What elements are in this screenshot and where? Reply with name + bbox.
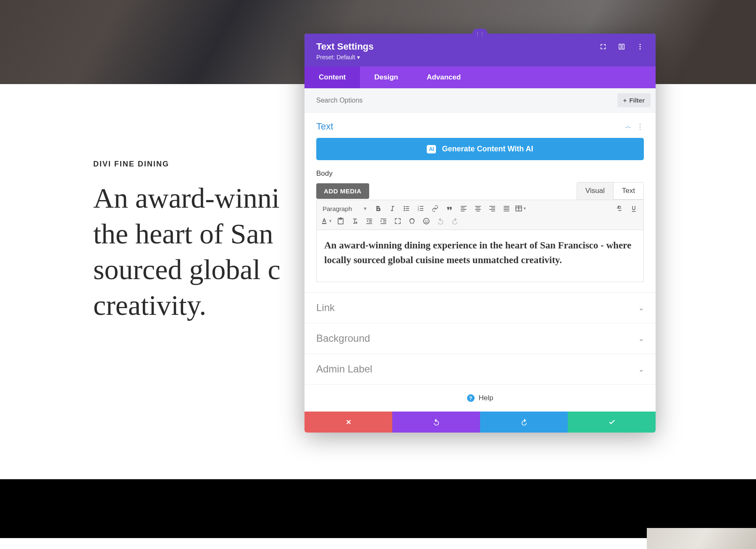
svg-rect-36: [369, 220, 372, 221]
text-section-body: AI Generate Content With AI Body ADD MED…: [304, 138, 656, 292]
drag-dots-icon: ⋮⋮: [475, 32, 485, 36]
bullet-list-button[interactable]: [400, 203, 413, 214]
svg-rect-23: [489, 206, 495, 207]
svg-rect-30: [504, 211, 509, 211]
paragraph-select[interactable]: Paragraph▼: [320, 203, 370, 214]
save-button[interactable]: [568, 412, 656, 433]
text-section-header[interactable]: Text ︿ ⋮: [304, 113, 656, 138]
svg-point-44: [425, 220, 426, 221]
text-color-button[interactable]: ▼: [320, 215, 333, 227]
numbered-list-button[interactable]: 123: [415, 203, 427, 214]
more-icon[interactable]: [636, 43, 644, 50]
svg-rect-19: [475, 206, 481, 207]
visual-tab[interactable]: Visual: [577, 182, 613, 200]
svg-rect-38: [366, 223, 372, 224]
svg-rect-37: [369, 222, 372, 223]
svg-rect-15: [461, 206, 467, 207]
align-left-button[interactable]: [457, 203, 470, 214]
fullscreen-button[interactable]: [391, 215, 404, 227]
text-tab[interactable]: Text: [613, 182, 644, 200]
svg-rect-24: [491, 208, 495, 209]
svg-point-43: [423, 218, 429, 224]
columns-icon[interactable]: [618, 43, 625, 50]
preset-dropdown[interactable]: Preset: Default ▾: [316, 54, 374, 61]
help-icon: ?: [467, 394, 475, 402]
modal-tabs: Content Design Advanced: [304, 66, 656, 88]
svg-rect-16: [461, 208, 465, 209]
svg-rect-42: [381, 223, 386, 224]
strikethrough-button[interactable]: [613, 203, 626, 214]
svg-point-3: [404, 206, 405, 207]
search-row: + Filter: [304, 88, 656, 113]
svg-rect-22: [476, 211, 480, 211]
tab-design[interactable]: Design: [360, 66, 412, 88]
tab-advanced[interactable]: Advanced: [412, 66, 475, 88]
emoji-button[interactable]: [420, 215, 433, 227]
editor-mode-tabs: Visual Text: [577, 182, 644, 200]
modal-drag-handle[interactable]: ⋮⋮: [472, 29, 488, 39]
svg-rect-18: [461, 211, 465, 211]
table-button[interactable]: ▼: [514, 203, 527, 214]
blockquote-button[interactable]: [443, 203, 456, 214]
svg-point-1: [640, 46, 641, 48]
svg-rect-25: [489, 209, 495, 210]
outdent-button[interactable]: [363, 215, 375, 227]
body-label: Body: [316, 169, 644, 178]
indent-button[interactable]: [377, 215, 390, 227]
ai-badge-icon: AI: [427, 145, 436, 153]
text-section-label: Text: [316, 121, 333, 132]
underline-button[interactable]: [627, 203, 640, 214]
link-section[interactable]: Link ⌄: [304, 292, 656, 323]
svg-rect-27: [504, 206, 509, 207]
help-row[interactable]: ? Help: [304, 384, 656, 412]
clear-format-button[interactable]: [349, 215, 361, 227]
search-input[interactable]: [316, 97, 617, 104]
align-justify-button[interactable]: [500, 203, 513, 214]
paste-text-button[interactable]: [334, 215, 347, 227]
undo-button[interactable]: [434, 215, 447, 227]
italic-button[interactable]: [386, 203, 399, 214]
svg-rect-10: [420, 206, 423, 207]
svg-rect-8: [406, 210, 409, 211]
svg-rect-34: [322, 223, 327, 224]
svg-point-5: [404, 208, 405, 209]
generate-ai-button[interactable]: AI Generate Content With AI: [316, 138, 644, 160]
section-more-icon[interactable]: ⋮: [636, 123, 644, 130]
svg-rect-17: [461, 209, 467, 210]
chevron-down-icon: ⌄: [638, 365, 644, 373]
admin-label-section[interactable]: Admin Label ⌄: [304, 354, 656, 384]
background-section[interactable]: Background ⌄: [304, 323, 656, 354]
special-char-button[interactable]: [406, 215, 418, 227]
add-media-button[interactable]: ADD MEDIA: [316, 183, 369, 199]
svg-rect-40: [383, 220, 386, 221]
align-right-button[interactable]: [486, 203, 499, 214]
redo-changes-button[interactable]: [480, 412, 568, 433]
align-center-button[interactable]: [472, 203, 484, 214]
body-editor[interactable]: An award-winning dining experience in th…: [316, 230, 644, 282]
help-label: Help: [479, 394, 494, 402]
plus-icon: +: [623, 97, 627, 104]
undo-changes-button[interactable]: [392, 412, 480, 433]
svg-rect-20: [476, 208, 480, 209]
filter-button[interactable]: + Filter: [617, 93, 651, 107]
bold-button[interactable]: [372, 203, 384, 214]
expand-icon[interactable]: [599, 43, 607, 50]
svg-rect-4: [406, 206, 409, 207]
modal-footer: [304, 412, 656, 433]
chevron-down-icon: ▼: [363, 206, 368, 211]
svg-rect-39: [381, 219, 386, 219]
footer-band: [0, 479, 756, 538]
redo-button[interactable]: [449, 215, 461, 227]
svg-rect-12: [420, 208, 423, 209]
svg-rect-14: [420, 210, 423, 211]
svg-point-2: [640, 48, 641, 50]
corner-image: [647, 528, 756, 549]
svg-point-0: [640, 44, 641, 45]
collapse-icon[interactable]: ︿: [625, 123, 631, 130]
svg-point-45: [427, 220, 428, 221]
svg-rect-28: [504, 208, 509, 209]
svg-rect-29: [504, 209, 509, 210]
cancel-button[interactable]: [304, 412, 392, 433]
tab-content[interactable]: Content: [304, 66, 360, 88]
link-button[interactable]: [429, 203, 441, 214]
